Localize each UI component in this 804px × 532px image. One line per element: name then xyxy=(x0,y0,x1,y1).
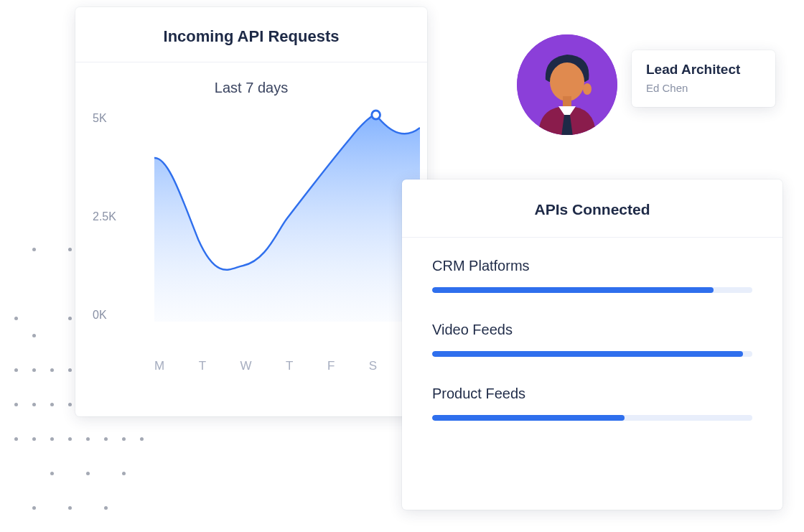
svg-rect-3 xyxy=(563,96,571,108)
profile-card: Lead Architect Ed Chen xyxy=(632,50,775,107)
chart-y-axis: 5K 2.5K 0K xyxy=(93,106,116,343)
avatar xyxy=(517,34,617,135)
apis-connected-card: APIs Connected CRM Platforms Video Feeds… xyxy=(402,179,782,510)
chart-plot xyxy=(154,106,420,322)
chart-highlight-point xyxy=(372,111,380,119)
avatar-illustration xyxy=(517,34,617,135)
progress-fill xyxy=(432,415,625,421)
y-tick-label: 2.5K xyxy=(93,210,116,223)
chart-body: 5K 2.5K 0K xyxy=(75,106,427,343)
apis-connected-title: APIs Connected xyxy=(402,179,782,238)
api-row: Product Feeds xyxy=(432,386,752,421)
progress-fill xyxy=(432,351,743,357)
api-row: CRM Platforms xyxy=(432,258,752,293)
progress-track xyxy=(432,351,752,357)
y-tick-label: 0K xyxy=(93,309,116,322)
api-label: Video Feeds xyxy=(432,322,752,338)
x-tick-label: M xyxy=(154,359,165,373)
profile-role: Lead Architect xyxy=(646,62,761,78)
x-tick-label: W xyxy=(240,359,253,373)
apis-connected-body: CRM Platforms Video Feeds Product Feeds xyxy=(402,238,782,457)
incoming-api-requests-card: Incoming API Requests Last 7 days 5K 2.5… xyxy=(75,7,427,416)
svg-point-1 xyxy=(550,62,584,101)
api-row: Video Feeds xyxy=(432,322,752,357)
api-label: CRM Platforms xyxy=(432,258,752,274)
x-tick-label: S xyxy=(369,359,378,373)
chart-subtitle: Last 7 days xyxy=(75,62,427,102)
progress-track xyxy=(432,287,752,293)
progress-fill xyxy=(432,287,714,293)
chart-title: Incoming API Requests xyxy=(75,7,427,62)
api-label: Product Feeds xyxy=(432,386,752,402)
progress-track xyxy=(432,415,752,421)
profile-name: Ed Chen xyxy=(646,82,761,94)
svg-point-2 xyxy=(583,83,592,95)
y-tick-label: 5K xyxy=(93,112,116,125)
x-tick-label: T xyxy=(199,359,207,373)
chart-x-axis: M T W T F S S xyxy=(154,359,420,373)
area-chart-svg xyxy=(154,106,420,322)
x-tick-label: T xyxy=(286,359,294,373)
x-tick-label: F xyxy=(327,359,335,373)
